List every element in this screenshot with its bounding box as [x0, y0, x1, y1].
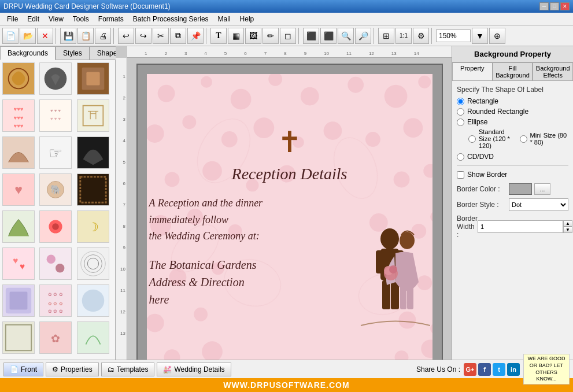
svg-text:⛩: ⛩	[87, 109, 98, 121]
google-plus-icon[interactable]: G+	[464, 363, 476, 376]
menu-file[interactable]: File	[2, 14, 23, 24]
menu-batch[interactable]: Batch Processing Series	[128, 14, 213, 24]
print-button[interactable]: 🖨	[95, 28, 111, 44]
menu-edit[interactable]: Edit	[23, 14, 44, 24]
minimize-button[interactable]: ─	[539, 2, 549, 10]
close-button[interactable]: ✕	[560, 2, 570, 10]
align-left[interactable]: ⬛	[303, 28, 319, 44]
bg-thumb-19[interactable]	[2, 284, 35, 317]
tab-properties[interactable]: ⚙ Properties	[46, 363, 99, 376]
bg-thumb-5[interactable]: ♥ ♥ ♥♥ ♥ ♥	[39, 99, 72, 132]
save-button[interactable]: 💾	[60, 28, 76, 44]
rectangle-radio[interactable]	[457, 98, 464, 105]
bg-thumb-4[interactable]: ♥♥♥♥♥♥♥♥♥	[2, 99, 35, 132]
spinner-up[interactable]: ▲	[563, 220, 572, 227]
radio-mini-size[interactable]: Mini Size (80 * 80)	[520, 128, 569, 149]
copy-button[interactable]: ⧉	[170, 28, 186, 44]
bg-thumb-6[interactable]: ⛩	[77, 99, 109, 132]
save-as-button[interactable]: 📋	[77, 28, 94, 44]
tab-front[interactable]: 📄 Front	[3, 363, 43, 376]
bg-thumb-15[interactable]: ☽	[77, 210, 109, 243]
bg-thumb-9[interactable]	[77, 136, 109, 169]
standard-size-radio[interactable]	[468, 135, 476, 143]
twitter-icon[interactable]: t	[493, 363, 505, 376]
menu-tools[interactable]: Tools	[68, 14, 94, 24]
menu-help[interactable]: Help	[235, 14, 259, 24]
radio-rectangle[interactable]: Rectangle	[457, 97, 568, 105]
menu-view[interactable]: View	[44, 14, 68, 24]
bg-thumb-12[interactable]	[77, 173, 109, 206]
text-button[interactable]: T	[210, 28, 227, 44]
image-button[interactable]: 🖼	[245, 28, 261, 44]
svg-rect-6	[86, 72, 99, 85]
tab-fill-background[interactable]: Fill Background	[493, 62, 533, 80]
spinner-down[interactable]: ▼	[563, 227, 572, 233]
radio-cd-dvd[interactable]: CD/DVD	[457, 153, 568, 161]
paste-button[interactable]: 📌	[187, 28, 204, 44]
tab-property[interactable]: Property	[452, 62, 493, 80]
show-border-checkbox[interactable]	[457, 171, 464, 179]
cd-dvd-radio[interactable]	[457, 153, 464, 161]
undo-button[interactable]: ↩	[118, 28, 134, 44]
ratio-button[interactable]: 1:1	[395, 28, 412, 44]
cut-button[interactable]: ✂	[153, 28, 169, 44]
redo-button[interactable]: ↪	[135, 28, 151, 44]
bg-thumb-16[interactable]: ♥♥	[2, 247, 35, 280]
menu-formats[interactable]: Formats	[94, 14, 128, 24]
zoom-reset[interactable]: ⊕	[489, 28, 505, 44]
shapes-tool[interactable]: ◻	[280, 28, 296, 44]
svg-text:♥♥♥: ♥♥♥	[13, 106, 23, 112]
website-url: WWW.DRPUSOFTWARE.COM	[223, 380, 349, 390]
border-color-swatch[interactable]	[509, 183, 532, 195]
menu-mail[interactable]: Mail	[213, 14, 235, 24]
mini-size-radio[interactable]	[520, 135, 527, 143]
close-doc-button[interactable]: ✕	[37, 28, 53, 44]
grid-button[interactable]: ⊞	[378, 28, 394, 44]
show-border-row[interactable]: Show Border	[457, 171, 568, 179]
bg-thumb-22[interactable]	[2, 321, 35, 354]
bg-thumb-13[interactable]	[2, 210, 35, 243]
bg-thumb-2[interactable]	[39, 62, 72, 95]
color-picker-button[interactable]: ...	[534, 183, 550, 195]
bg-thumb-17[interactable]	[39, 247, 72, 280]
bg-thumb-23[interactable]: ✿	[39, 321, 72, 354]
border-style-select[interactable]: Dot Solid Dash DashDot	[509, 198, 568, 211]
bg-thumb-7[interactable]	[2, 136, 35, 169]
new-button[interactable]: 📄	[2, 28, 19, 44]
rounded-rect-radio[interactable]	[457, 108, 464, 116]
facebook-icon[interactable]: f	[478, 363, 491, 376]
zoom-input[interactable]	[436, 29, 471, 42]
linkedin-icon[interactable]: in	[507, 363, 520, 376]
bg-thumb-10[interactable]: ♥	[2, 173, 35, 206]
ellipse-radio[interactable]	[457, 119, 464, 126]
tab-styles[interactable]: Styles	[56, 46, 90, 60]
maximize-button[interactable]: □	[550, 2, 559, 10]
zoom-dropdown[interactable]: ▼	[472, 28, 488, 44]
bg-thumb-8[interactable]: ☞	[39, 136, 72, 169]
radio-ellipse[interactable]: Ellipse	[457, 118, 568, 126]
bg-thumb-21[interactable]	[77, 284, 109, 317]
bg-thumb-3[interactable]	[77, 62, 109, 95]
align-center[interactable]: ⬛	[320, 28, 337, 44]
bg-thumb-11[interactable]: 🐘	[39, 173, 72, 206]
tab-wedding-details[interactable]: 💒 Wedding Details	[157, 363, 231, 376]
design-canvas[interactable]: ✝ Reception Details A Reception and the …	[136, 64, 443, 360]
window-controls[interactable]: ─ □ ✕	[539, 2, 570, 10]
open-button[interactable]: 📂	[20, 28, 36, 44]
pen-button[interactable]: ✏	[263, 28, 279, 44]
radio-standard-size[interactable]: Standard Size (120 * 120)	[468, 128, 517, 149]
tab-backgrounds[interactable]: Backgrounds	[0, 46, 56, 60]
tab-templates[interactable]: 🗂 Templates	[101, 363, 155, 376]
barcode-button[interactable]: ▦	[228, 28, 244, 44]
zoom-out[interactable]: 🔎	[355, 28, 371, 44]
bg-thumb-18[interactable]	[77, 247, 109, 280]
tab-background-effects[interactable]: Background Effects	[533, 62, 573, 80]
bg-thumb-14[interactable]	[39, 210, 72, 243]
border-width-input[interactable]	[478, 220, 563, 233]
zoom-in[interactable]: 🔍	[338, 28, 354, 44]
settings-button[interactable]: ⚙	[413, 28, 429, 44]
radio-rounded-rect[interactable]: Rounded Rectangle	[457, 108, 568, 116]
bg-thumb-20[interactable]: ✿ ✿ ✿✿ ✿ ✿✿ ✿ ✿	[39, 284, 72, 317]
bg-thumb-1[interactable]	[2, 62, 35, 95]
bg-thumb-24[interactable]	[77, 321, 109, 354]
